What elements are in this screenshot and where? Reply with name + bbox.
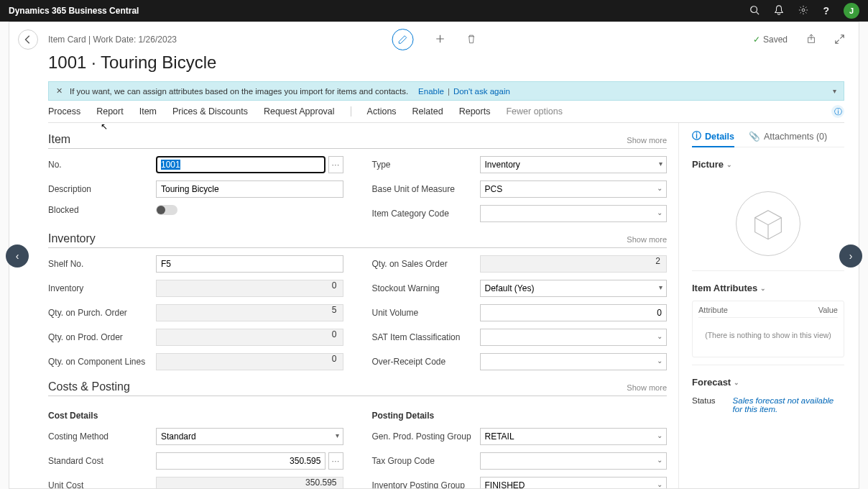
menu-item[interactable]: Item (139, 106, 157, 116)
show-more-costs[interactable]: Show more (627, 383, 667, 392)
item-attributes-heading[interactable]: Item Attributes⌄ (692, 283, 844, 293)
inventory-posting-select[interactable] (480, 477, 668, 489)
saved-status: ✓Saved (753, 35, 788, 45)
help-icon[interactable]: ? (823, 5, 829, 17)
menu-fewer-options[interactable]: Fewer options (506, 106, 563, 116)
svg-line-1 (757, 12, 760, 14)
item-category-select[interactable] (480, 205, 668, 222)
search-icon[interactable] (749, 5, 760, 17)
menu-related[interactable]: Related (412, 106, 443, 116)
svg-point-0 (751, 6, 757, 12)
standard-cost-field[interactable] (156, 452, 326, 470)
dont-ask-link[interactable]: Don't ask again (453, 87, 510, 96)
base-uom-select[interactable] (480, 180, 668, 198)
action-menu: Process Report Item Prices & Discounts R… (48, 105, 844, 123)
bell-icon[interactable] (774, 5, 784, 17)
menu-actions[interactable]: Actions (367, 106, 397, 116)
forecast-status-label: Status (692, 396, 716, 413)
edit-button[interactable] (392, 29, 414, 50)
menu-process[interactable]: Process (48, 106, 80, 116)
stockout-select[interactable] (480, 280, 668, 297)
brand-label: Dynamics 365 Business Central (9, 6, 139, 16)
blocked-toggle[interactable] (156, 205, 177, 215)
sat-classification-select[interactable] (480, 329, 668, 346)
menu-report[interactable]: Report (96, 106, 124, 116)
delete-icon[interactable] (467, 34, 476, 46)
forecast-heading[interactable]: Forecast⌄ (692, 377, 844, 388)
tax-group-select[interactable] (480, 452, 668, 470)
svg-point-2 (803, 9, 805, 12)
picture-heading[interactable]: Picture⌄ (692, 159, 844, 170)
cube-icon (736, 191, 800, 256)
workspace: Item Card | Work Date: 1/26/2023 ✓Saved … (9, 22, 859, 489)
main-content: Item Show more No. ··· Description Block… (48, 123, 679, 489)
menu-prices[interactable]: Prices & Discounts (172, 106, 248, 116)
next-record-button[interactable]: › (839, 244, 862, 268)
qty-purch-order[interactable]: 5 (156, 304, 343, 321)
close-icon[interactable]: ✕ (56, 86, 63, 96)
enable-link[interactable]: Enable (418, 87, 444, 96)
section-costs[interactable]: Costs & Posting Show more (48, 380, 667, 396)
attributes-table: AttributeValue (There is nothing to show… (692, 301, 844, 357)
qty-sales-order[interactable]: 2 (480, 255, 668, 273)
gen-prod-posting-select[interactable] (480, 428, 668, 445)
collapse-icon[interactable] (835, 34, 844, 46)
forecast-message[interactable]: Sales forecast not available for this it… (733, 396, 844, 413)
menu-reports[interactable]: Reports (459, 106, 491, 116)
notification-text: If you want, we can assign attributes ba… (70, 87, 408, 96)
description-field[interactable] (156, 180, 343, 198)
show-more-inventory[interactable]: Show more (627, 235, 667, 244)
info-icon[interactable]: ⓘ (831, 105, 844, 118)
tab-attachments[interactable]: 📎Attachments (0) (749, 130, 827, 142)
qty-prod-order[interactable]: 0 (156, 329, 343, 346)
unit-cost-value[interactable]: 350.595 (156, 477, 343, 489)
unit-volume-field[interactable] (480, 304, 668, 321)
costing-method-select[interactable] (156, 428, 343, 445)
posting-details-heading: Posting Details (372, 411, 668, 421)
type-select[interactable] (480, 156, 668, 173)
show-more-item[interactable]: Show more (627, 136, 667, 145)
global-header: Dynamics 365 Business Central ? J (0, 0, 868, 22)
cost-details-heading: Cost Details (48, 411, 343, 421)
attributes-empty: (There is nothing to show in this view) (698, 318, 838, 352)
tab-details[interactable]: ⓘDetails (692, 130, 734, 147)
qty-component[interactable]: 0 (156, 353, 343, 370)
chevron-down-icon[interactable]: ▾ (833, 87, 836, 95)
notification-bar: ✕ If you want, we can assign attributes … (48, 81, 844, 101)
avatar[interactable]: J (844, 3, 859, 19)
standard-cost-assist[interactable]: ··· (328, 452, 343, 470)
inventory-value[interactable]: 0 (156, 280, 343, 297)
share-icon[interactable] (806, 34, 816, 46)
section-inventory[interactable]: Inventory Show more (48, 232, 667, 248)
shelf-no-field[interactable] (156, 255, 343, 273)
back-button[interactable] (18, 29, 38, 50)
page-title: 1001 · Touring Bicycle (9, 51, 859, 78)
no-field[interactable] (156, 156, 326, 173)
no-assist-edit[interactable]: ··· (328, 156, 343, 173)
menu-approval[interactable]: Request Approval (264, 106, 335, 116)
prev-record-button[interactable]: ‹ (6, 244, 29, 268)
factbox-panel: ⓘDetails 📎Attachments (0) Picture⌄ Item … (679, 123, 844, 489)
picture-placeholder[interactable] (692, 177, 844, 270)
section-item[interactable]: Item Show more (48, 133, 667, 149)
over-receipt-select[interactable] (480, 353, 668, 370)
new-icon[interactable] (435, 34, 445, 46)
breadcrumb: Item Card | Work Date: 1/26/2023 (48, 35, 177, 45)
gear-icon[interactable] (798, 5, 808, 17)
